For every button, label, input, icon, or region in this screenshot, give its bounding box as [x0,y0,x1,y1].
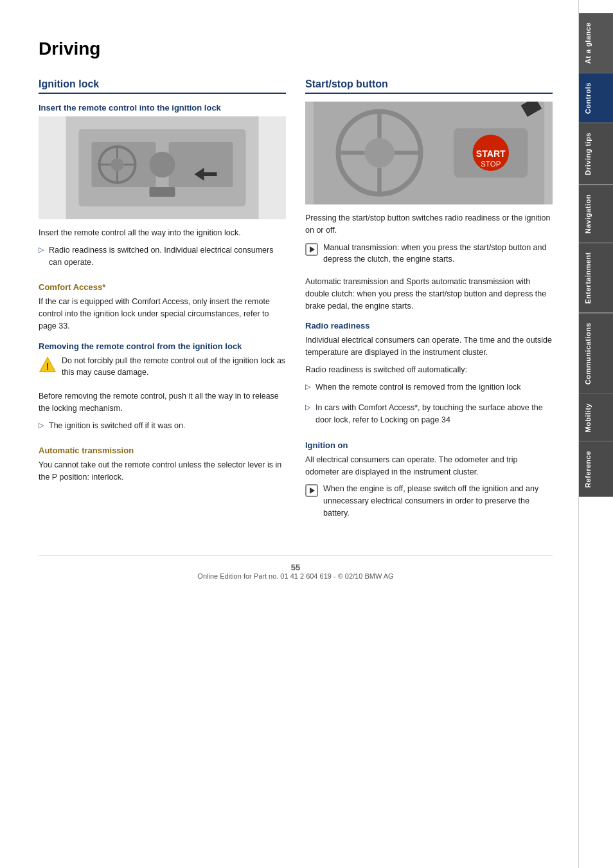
bullet-triangle-radio-1: ▷ [305,383,310,391]
sidebar-tab-mobility[interactable]: Mobility [579,393,614,442]
sidebar-tab-controls[interactable]: Controls [579,73,614,123]
warning-box: ! Do not forcibly pull the remote contro… [39,355,286,384]
insert-remote-body: Insert the remote control all the way in… [39,227,286,239]
removing-remote-heading: Removing the remote control from the ign… [39,341,286,351]
ignition-lock-heading: Ignition lock [39,78,286,94]
auto-trans-text: You cannot take out the remote control u… [39,459,286,484]
sidebar-tab-reference[interactable]: Reference [579,441,614,497]
radio-readiness-heading: Radio readiness [305,321,553,330]
ignition-lock-image [39,116,286,219]
insert-remote-heading: Insert the remote control into the ignit… [39,103,286,113]
sidebar-tab-communications[interactable]: Communications [579,313,614,393]
page-number: 55 [39,563,553,572]
svg-marker-29 [310,246,315,253]
before-removing-text: Before removing the remote control, push… [39,390,286,415]
footer-text: Online Edition for Part no. 01 41 2 604 … [39,572,553,580]
manual-trans-text: Manual transmission: when you press the … [323,242,553,266]
start-stop-heading: Start/stop button [305,78,553,94]
bullet-triangle-icon: ▷ [39,246,44,254]
ignition-off-text: The ignition is switched off if it was o… [49,420,185,432]
radio-readiness-text2: Radio readiness is switched off automati… [305,364,553,376]
radio-bullet-1-text: When the remote control is removed from … [315,381,521,393]
svg-text:!: ! [46,361,49,372]
sidebar: At a glance Controls Driving tips Naviga… [578,0,613,868]
bullet-triangle-icon-2: ▷ [39,421,44,429]
ignition-on-note-block: When the engine is off, please switch of… [305,483,553,524]
svg-text:START: START [476,149,506,159]
sidebar-tab-driving-tips[interactable]: Driving tips [579,123,614,185]
radio-readiness-bullet-text: Radio readiness is switched on. Individu… [49,244,286,269]
svg-marker-31 [310,487,315,494]
manual-trans-triangle-icon [305,243,318,256]
radio-bullet-2-text: In cars with Comfort Access*, by touchin… [315,402,553,426]
right-column: Start/stop button [305,78,553,530]
sidebar-tab-entertainment[interactable]: Entertainment [579,242,614,312]
warning-text: Do not forcibly pull the remote control … [62,355,286,379]
radio-bullet-2: ▷ In cars with Comfort Access*, by touch… [305,402,553,431]
svg-point-8 [111,158,124,171]
radio-readiness-bullet: ▷ Radio readiness is switched on. Indivi… [39,244,286,274]
svg-rect-3 [169,142,233,187]
comfort-access-text: If the car is equipped with Comfort Acce… [39,296,286,332]
manual-trans-block: Manual transmission: when you press the … [305,242,553,271]
bullet-triangle-radio-2: ▷ [305,403,310,411]
ignition-on-note-text: When the engine is off, please switch of… [323,483,553,519]
auto-trans-text-right: Automatic transmission and Sports automa… [305,276,553,312]
radio-readiness-text1: Individual electrical consumers can oper… [305,334,553,359]
svg-point-4 [150,152,175,177]
auto-trans-heading: Automatic transmission [39,446,286,455]
svg-point-18 [364,138,394,168]
radio-bullet-1: ▷ When the remote control is removed fro… [305,381,553,399]
sidebar-tab-navigation[interactable]: Navigation [579,185,614,242]
warning-triangle-icon: ! [39,356,57,374]
svg-text:STOP: STOP [481,161,501,168]
ignition-on-text: All electrical consumers can operate. Th… [305,454,553,478]
left-column: Ignition lock Insert the remote control … [39,78,286,530]
start-stop-intro: Pressing the start/stop button switches … [305,212,553,237]
ignition-off-bullet: ▷ The ignition is switched off if it was… [39,420,286,437]
start-stop-image: START STOP [305,102,553,204]
page-footer: 55 Online Edition for Part no. 01 41 2 6… [39,556,553,580]
page-title: Driving [39,39,553,59]
sidebar-tab-at-a-glance[interactable]: At a glance [579,13,614,73]
svg-rect-5 [150,187,175,197]
ignition-on-heading: Ignition on [305,440,553,450]
ignition-on-triangle-icon [305,484,318,497]
comfort-access-heading: Comfort Access* [39,282,286,292]
